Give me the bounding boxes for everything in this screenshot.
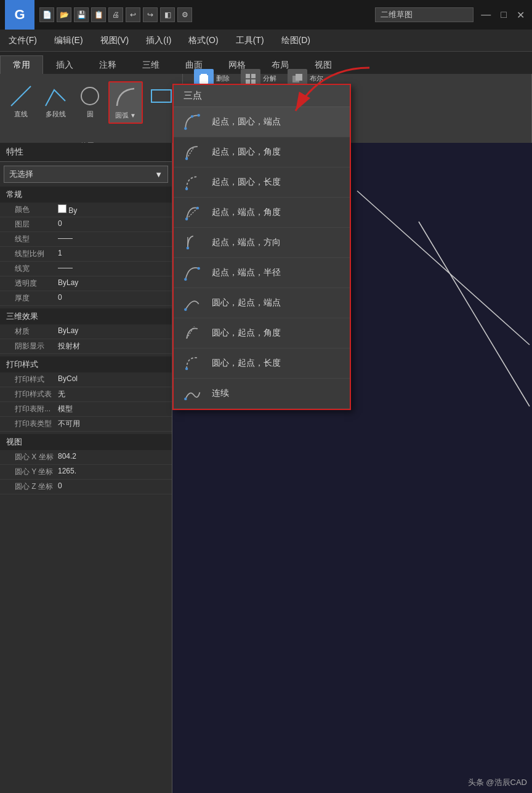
save-as-icon[interactable]: 📋 (91, 7, 106, 22)
prop-print-attach: 打印表附... 模型 (0, 402, 172, 417)
svg-rect-4 (200, 75, 208, 84)
prop-section-view: 视图 (0, 434, 172, 450)
prop-material-value[interactable]: ByLay (58, 326, 166, 337)
prop-linewidth-value[interactable]: —— (58, 264, 166, 274)
prop-print-type-value[interactable]: 不可用 (58, 419, 166, 429)
boolean-label: 布尔 (310, 74, 323, 83)
prop-linetype-scale-value[interactable]: 1 (58, 249, 166, 259)
prop-cz-value[interactable]: 0 (58, 481, 166, 492)
prop-linetype-value[interactable]: —— (58, 234, 166, 244)
polyline-icon (43, 84, 68, 108)
arc-item-7[interactable]: 圆心，起点，角度 (174, 318, 350, 348)
arc-continue-icon (181, 382, 203, 405)
no-select-label: 无选择 (9, 169, 33, 180)
arc-item-2-icon (181, 171, 203, 193)
menu-bar: 文件(F) 编辑(E) 视图(V) 插入(I) 格式(O) 工具(T) 绘图(D… (0, 30, 532, 52)
prop-shadow-value[interactable]: 投射材 (58, 341, 166, 352)
polyline-tool[interactable]: 多段线 (39, 81, 71, 124)
prop-layer-value[interactable]: 0 (58, 219, 166, 230)
svg-point-19 (185, 157, 188, 159)
prop-material-label: 材质 (15, 326, 58, 337)
arc-item-three-point[interactable]: 起点，圆心，端点 (174, 107, 350, 137)
minimize-icon[interactable]: — (478, 7, 493, 23)
prop-color-value[interactable]: By (58, 204, 166, 215)
decompose-label: 分解 (263, 74, 276, 83)
prop-print-attach-value[interactable]: 模型 (58, 404, 166, 414)
svg-rect-2 (151, 90, 171, 102)
arc-three-point-icon (181, 111, 203, 133)
maximize-icon[interactable]: □ (498, 7, 509, 23)
tab-3d[interactable]: 三维 (129, 55, 172, 74)
arc-item-3-label: 起点，端点，角度 (212, 207, 281, 218)
undo-icon[interactable]: ↩ (126, 7, 140, 22)
close-icon[interactable]: ✕ (514, 7, 527, 23)
arc-item-1-icon (181, 141, 203, 163)
prop-cy-value[interactable]: 1265. (58, 467, 166, 477)
tab-annotation[interactable]: 注释 (86, 55, 129, 74)
circle-tool[interactable]: 圆 (74, 81, 106, 124)
menu-view[interactable]: 视图(V) (92, 30, 138, 52)
prop-linetype-scale-label: 线型比例 (15, 249, 58, 259)
prop-print-style-label: 打印样式 (15, 374, 58, 385)
svg-point-16 (197, 114, 200, 116)
arc-item-2[interactable]: 起点，圆心，长度 (174, 167, 350, 198)
arc-item-1[interactable]: 起点，圆心，角度 (174, 137, 350, 167)
color-swatch (58, 204, 66, 213)
arc-dropdown-header: 三点 (174, 85, 350, 107)
arc-item-3[interactable]: 起点，端点，角度 (174, 198, 350, 228)
arc-item-continue[interactable]: 连续 (174, 379, 350, 409)
open-icon[interactable]: 📂 (57, 7, 71, 22)
arc-item-9-label: 连续 (212, 388, 229, 399)
no-select-dropdown[interactable]: 无选择 ▼ (4, 166, 168, 183)
prop-print-style: 打印样式 ByCol (0, 372, 172, 387)
draw-section: 直线 多段线 圆 (0, 74, 183, 153)
save-icon[interactable]: 💾 (74, 7, 89, 22)
svg-point-28 (184, 308, 187, 310)
arc-label: 圆弧 (115, 111, 129, 120)
menu-file[interactable]: 文件(F) (0, 30, 46, 52)
prop-cy: 圆心 Y 坐标 1265. (0, 465, 172, 480)
circle-icon (78, 84, 102, 108)
svg-point-17 (191, 115, 193, 118)
title-input[interactable] (375, 7, 474, 22)
arc-item-5[interactable]: 起点，端点，半径 (174, 258, 350, 288)
arc-item-8[interactable]: 圆心，起点，长度 (174, 348, 350, 379)
prop-print-type: 打印表类型 不可用 (0, 417, 172, 432)
prop-cx-value[interactable]: 804.2 (58, 452, 166, 462)
arc-tool[interactable]: 圆弧 ▼ (108, 81, 143, 124)
arc-item-4-icon (181, 231, 203, 254)
line-tool[interactable]: 直线 (5, 81, 37, 124)
prop-material: 材质 ByLay (0, 324, 172, 339)
menu-format[interactable]: 格式(O) (180, 30, 227, 52)
prop-cy-label: 圆心 Y 坐标 (15, 467, 58, 477)
tab-insert[interactable]: 插入 (43, 55, 86, 74)
arc-item-4[interactable]: 起点，端点，方向 (174, 228, 350, 258)
menu-insert[interactable]: 插入(I) (137, 30, 180, 52)
arc-item-7-label: 圆心，起点，角度 (212, 328, 281, 339)
arc-dropdown-arrow[interactable]: ▼ (130, 112, 136, 119)
settings-icon[interactable]: ⚙ (177, 7, 192, 22)
prop-print-style-value[interactable]: ByCol (58, 374, 166, 385)
arc-item-6[interactable]: 圆心，起点，端点 (174, 288, 350, 318)
print-icon[interactable]: 🖨 (108, 7, 123, 22)
draw-tools: 直线 多段线 圆 (5, 76, 177, 124)
redo-icon[interactable]: ↪ (143, 7, 158, 22)
prop-print-style-table-label: 打印样式表 (15, 389, 58, 400)
arc-item-0-label: 起点，圆心，端点 (212, 116, 281, 127)
prop-thickness-value[interactable]: 0 (58, 293, 166, 304)
arc-dropdown: 三点 起点，圆心，端点 起点，圆心，角度 (172, 84, 351, 410)
layers-icon[interactable]: ◧ (160, 7, 175, 22)
prop-color-label: 颜色 (15, 204, 58, 215)
menu-draw[interactable]: 绘图(D) (273, 30, 319, 52)
prop-cx-label: 圆心 X 坐标 (15, 452, 58, 462)
prop-shadow-label: 阴影显示 (15, 341, 58, 352)
prop-linetype: 线型 —— (0, 232, 172, 247)
menu-tools[interactable]: 工具(T) (227, 30, 273, 52)
app-logo: G (5, 0, 34, 30)
prop-linetype-label: 线型 (15, 234, 58, 244)
tab-common[interactable]: 常用 (0, 55, 43, 74)
prop-print-style-table-value[interactable]: 无 (58, 389, 166, 400)
menu-edit[interactable]: 编辑(E) (46, 30, 92, 52)
new-file-icon[interactable]: 📄 (39, 7, 54, 22)
prop-transparency-value[interactable]: ByLay (58, 278, 166, 289)
